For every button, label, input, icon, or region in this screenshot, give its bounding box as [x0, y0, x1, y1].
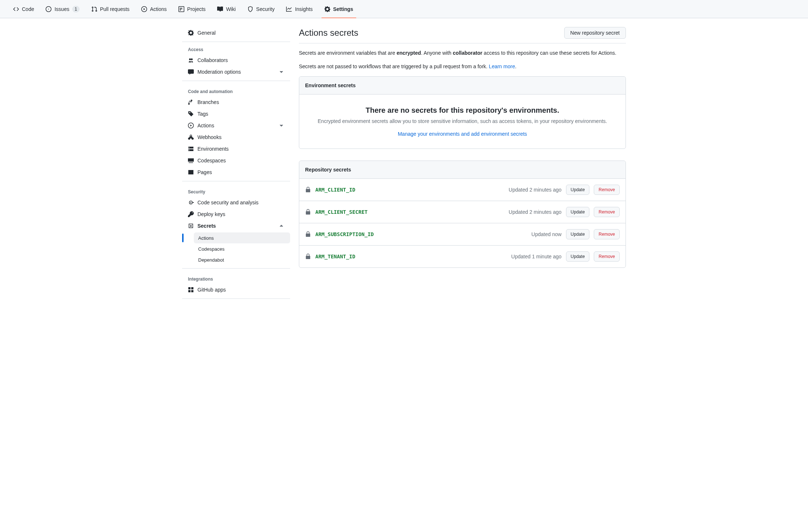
- gear-icon: [324, 6, 330, 12]
- topnav-item-actions[interactable]: Actions: [137, 0, 171, 18]
- sidebar-item-label: Branches: [197, 99, 284, 105]
- sidebar-item-secrets[interactable]: Secrets: [182, 220, 290, 232]
- sidebar-item-moderation-options[interactable]: Moderation options: [182, 66, 290, 78]
- sidebar-item-collaborators[interactable]: Collaborators: [182, 54, 290, 66]
- sidebar-item-label: Dependabot: [198, 257, 284, 263]
- topnav-item-security[interactable]: Security: [243, 0, 279, 18]
- asterisk-icon: [188, 223, 194, 229]
- sidebar-item-label: GitHub apps: [197, 287, 284, 293]
- secret-updated-time: Updated 2 minutes ago: [509, 187, 562, 193]
- topnav-item-pull-requests[interactable]: Pull requests: [87, 0, 134, 18]
- update-secret-button[interactable]: Update: [566, 229, 590, 239]
- sidebar-item-label: Codespaces: [198, 246, 284, 252]
- secret-updated-time: Updated now: [531, 231, 562, 237]
- key-icon: [188, 211, 194, 217]
- topnav-label: Insights: [295, 6, 312, 12]
- project-icon: [178, 6, 184, 12]
- update-secret-button[interactable]: Update: [566, 207, 590, 217]
- sidebar-item-label: Pages: [197, 169, 284, 175]
- branch-icon: [188, 99, 194, 105]
- topnav-item-code[interactable]: Code: [9, 0, 38, 18]
- topnav-label: Actions: [150, 6, 167, 12]
- sidebar-item-tags[interactable]: Tags: [182, 108, 290, 120]
- panel-header: Repository secrets: [299, 161, 626, 179]
- sidebar-item-label: Code security and analysis: [197, 200, 284, 205]
- remove-secret-button[interactable]: Remove: [594, 185, 620, 195]
- secret-name: ARM_SUBSCRIPTION_ID: [315, 231, 527, 237]
- play-icon: [141, 6, 147, 12]
- secret-name: ARM_CLIENT_ID: [315, 187, 504, 193]
- environment-secrets-panel: Environment secrets There are no secrets…: [299, 76, 626, 149]
- chevron-down-icon: [278, 123, 284, 128]
- lock-icon: [305, 209, 311, 215]
- codespace-icon: [188, 158, 194, 163]
- sidebar-subitem-actions[interactable]: Actions: [194, 232, 290, 243]
- topnav-item-wiki[interactable]: Wiki: [213, 0, 240, 18]
- apps-icon: [188, 287, 194, 293]
- sidebar-item-environments[interactable]: Environments: [182, 143, 290, 155]
- manage-environments-link[interactable]: Manage your environments and add environ…: [398, 131, 527, 137]
- sidebar-item-actions[interactable]: Actions: [182, 120, 290, 131]
- sidebar-item-deploy-keys[interactable]: Deploy keys: [182, 208, 290, 220]
- shield-icon: [247, 6, 253, 12]
- remove-secret-button[interactable]: Remove: [594, 207, 620, 217]
- repository-secrets-panel: Repository secrets ARM_CLIENT_ID Updated…: [299, 161, 626, 268]
- topnav-label: Projects: [187, 6, 206, 12]
- topnav-label: Code: [22, 6, 34, 12]
- remove-secret-button[interactable]: Remove: [594, 251, 620, 262]
- secret-updated-time: Updated 1 minute ago: [511, 254, 562, 259]
- sidebar-item-label: Codespaces: [197, 158, 284, 163]
- sidebar-item-label: Webhooks: [197, 134, 284, 140]
- sidebar-item-branches[interactable]: Branches: [182, 96, 290, 108]
- people-icon: [188, 57, 194, 63]
- sidebar-heading: Security: [182, 184, 290, 197]
- sidebar-item-label: Secrets: [197, 223, 275, 229]
- sidebar-subitem-codespaces[interactable]: Codespaces: [194, 243, 290, 254]
- browser-icon: [188, 169, 194, 175]
- secret-row: ARM_SUBSCRIPTION_ID Updated now Update R…: [299, 223, 626, 245]
- secret-row: ARM_CLIENT_SECRET Updated 2 minutes ago …: [299, 201, 626, 223]
- pr-icon: [91, 6, 97, 12]
- update-secret-button[interactable]: Update: [566, 185, 590, 195]
- sidebar-item-label: Actions: [198, 235, 284, 241]
- server-icon: [188, 146, 194, 152]
- empty-state-title: There are no secrets for this repository…: [314, 106, 611, 115]
- secret-updated-time: Updated 2 minutes ago: [509, 209, 562, 215]
- main-content: Actions secrets New repository secret Se…: [299, 27, 626, 299]
- page-title: Actions secrets: [299, 28, 358, 38]
- issue-count-badge: 1: [72, 6, 80, 12]
- topnav-label: Settings: [333, 6, 353, 12]
- secret-name: ARM_CLIENT_SECRET: [315, 209, 504, 215]
- sidebar-heading: Integrations: [182, 271, 290, 284]
- comment-icon: [188, 69, 194, 75]
- update-secret-button[interactable]: Update: [566, 251, 590, 262]
- sidebar-subitem-dependabot[interactable]: Dependabot: [194, 254, 290, 265]
- sidebar-item-general[interactable]: General: [182, 27, 290, 39]
- sidebar-item-label: General: [197, 30, 284, 36]
- topnav-item-settings[interactable]: Settings: [320, 0, 358, 18]
- topnav-label: Issues: [54, 6, 69, 12]
- sidebar-item-code-security-and-analysis[interactable]: Code security and analysis: [182, 197, 290, 208]
- lock-icon: [305, 231, 311, 237]
- sidebar-item-codespaces[interactable]: Codespaces: [182, 155, 290, 166]
- topnav-label: Wiki: [226, 6, 235, 12]
- topnav-item-projects[interactable]: Projects: [174, 0, 210, 18]
- topnav-label: Pull requests: [100, 6, 130, 12]
- remove-secret-button[interactable]: Remove: [594, 229, 620, 239]
- topnav-item-insights[interactable]: Insights: [282, 0, 317, 18]
- book-icon: [217, 6, 223, 12]
- sidebar-item-label: Moderation options: [197, 69, 275, 75]
- topnav-item-issues[interactable]: Issues1: [41, 0, 84, 18]
- empty-state-desc: Encrypted environment secrets allow you …: [314, 117, 611, 125]
- learn-more-link[interactable]: Learn more: [489, 63, 515, 69]
- scan-icon: [188, 200, 194, 205]
- sidebar-item-pages[interactable]: Pages: [182, 166, 290, 178]
- new-repository-secret-button[interactable]: New repository secret: [564, 27, 626, 39]
- sidebar-item-webhooks[interactable]: Webhooks: [182, 131, 290, 143]
- sidebar-item-label: Collaborators: [197, 57, 284, 63]
- lock-icon: [305, 254, 311, 259]
- sidebar-item-label: Deploy keys: [197, 211, 284, 217]
- sidebar-item-github-apps[interactable]: GitHub apps: [182, 284, 290, 296]
- secret-row: ARM_TENANT_ID Updated 1 minute ago Updat…: [299, 245, 626, 267]
- description-2: Secrets are not passed to workflows that…: [299, 63, 626, 70]
